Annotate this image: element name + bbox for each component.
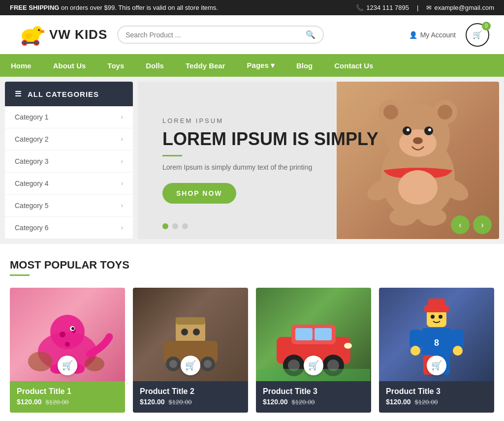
shipping-text: on orders over $99. This offer is valid … (61, 4, 218, 11)
navigation: Home About Us Toys Dolls Teddy Bear Page… (0, 54, 504, 77)
product-card-4[interactable]: 8 🛒 Product Title 3 $120.00 $120 (379, 288, 494, 413)
nav-about[interactable]: About Us (42, 55, 97, 77)
nav-home[interactable]: Home (0, 55, 42, 77)
nav-pages[interactable]: Pages ▾ (236, 54, 285, 77)
search-icon: 🔍 (306, 30, 315, 39)
shop-now-button[interactable]: SHOP NOW (162, 183, 236, 204)
svg-point-30 (60, 331, 65, 337)
hero-title: LOREM IPSUM IS SIMPLY (162, 129, 474, 149)
hero-divider (162, 155, 182, 156)
product-info-4: Product Title 3 $120.00 $120.00 (379, 381, 494, 413)
chevron-right-icon: › (121, 158, 123, 165)
hero-slider: LOREM IPSUM LOREM IPSUM IS SIMPLY Lorem … (138, 82, 499, 239)
svg-point-47 (204, 360, 212, 368)
product-card-3[interactable]: 🛒 Product Title 3 $120.00 $120.00 (256, 288, 371, 413)
svg-rect-50 (295, 328, 313, 340)
product-price-1: $120.00 $120.00 (17, 398, 118, 406)
svg-point-62 (439, 315, 442, 319)
product-title-1: Product Title 1 (17, 387, 118, 396)
sidebar: ☰ ALL CATEGORIES Category 1 › Category 2… (5, 82, 133, 239)
nav-dolls[interactable]: Dolls (135, 55, 175, 77)
svg-rect-66 (451, 330, 464, 348)
sidebar-header: ☰ ALL CATEGORIES (5, 82, 133, 106)
slider-dot-1[interactable] (162, 223, 168, 229)
svg-point-38 (85, 357, 104, 371)
chevron-right-icon: › (121, 114, 123, 120)
product-title-3: Product Title 3 (263, 387, 364, 396)
sidebar-item-cat2[interactable]: Category 2 › (5, 128, 133, 150)
logo-duck-icon (15, 21, 44, 48)
search-bar[interactable]: 🔍 (117, 26, 324, 44)
add-to-cart-2[interactable]: 🛒 (181, 356, 200, 375)
product-image-2: 🛒 (133, 288, 248, 381)
product-card-2[interactable]: 🛒 Product Title 2 $120.00 $120.00 (133, 288, 248, 413)
email-address: ✉ example@gmail.com (426, 4, 494, 11)
svg-rect-40 (176, 317, 205, 325)
product-info-3: Product Title 3 $120.00 $120.00 (256, 381, 371, 413)
hamburger-icon: ☰ (15, 90, 22, 98)
svg-rect-58 (427, 310, 446, 327)
shipping-bold: FREE SHIPPING (10, 4, 59, 11)
cart-badge: 0 (482, 22, 491, 30)
product-image-1: 🛒 (10, 288, 125, 381)
product-title-4: Product Title 3 (386, 387, 487, 396)
nav-blog[interactable]: Blog (285, 55, 323, 77)
products-section: MOST POPULAR TOYS (0, 244, 504, 421)
hero-subtitle: LOREM IPSUM (162, 117, 474, 124)
account-label: My Account (420, 31, 456, 39)
product-card-1[interactable]: 🛒 Product Title 1 $120.00 $120.00 (10, 288, 125, 413)
chevron-right-icon: › (121, 202, 123, 209)
svg-rect-51 (315, 328, 332, 340)
sidebar-item-cat5[interactable]: Category 5 › (5, 195, 133, 217)
nav-contact[interactable]: Contact Us (323, 55, 384, 77)
phone-icon: 📞 (356, 4, 364, 11)
sidebar-title: ALL CATEGORIES (28, 90, 99, 98)
svg-point-61 (431, 315, 435, 319)
product-info-1: Product Title 1 $120.00 $120.00 (10, 381, 125, 413)
sidebar-item-cat3[interactable]: Category 3 › (5, 150, 133, 173)
my-account-link[interactable]: 👤 My Account (409, 31, 456, 39)
svg-point-37 (28, 352, 53, 371)
logo[interactable]: VW KIDS (15, 21, 107, 48)
section-divider (10, 274, 30, 276)
hero-content: LOREM IPSUM LOREM IPSUM IS SIMPLY Lorem … (138, 97, 499, 223)
product-price-4: $120.00 $120.00 (386, 398, 487, 406)
slider-dot-2[interactable] (172, 223, 178, 229)
header-right: 👤 My Account 🛒 0 (409, 23, 489, 47)
chevron-right-icon: › (121, 224, 123, 231)
svg-point-42 (193, 329, 200, 335)
svg-point-41 (181, 329, 188, 335)
add-to-cart-4[interactable]: 🛒 (427, 356, 446, 375)
nav-teddybear[interactable]: Teddy Bear (175, 55, 236, 77)
add-to-cart-1[interactable]: 🛒 (58, 356, 77, 375)
sidebar-item-cat4[interactable]: Category 4 › (5, 173, 133, 195)
svg-point-56 (344, 343, 352, 349)
price-current-3: $120.00 (263, 398, 288, 406)
cart-button[interactable]: 🛒 0 (466, 23, 489, 47)
svg-point-32 (65, 342, 70, 347)
svg-point-3 (38, 29, 40, 31)
sidebar-item-cat1[interactable]: Category 1 › (5, 106, 133, 128)
product-image-3: 🛒 (256, 288, 371, 381)
main-content: ☰ ALL CATEGORIES Category 1 › Category 2… (0, 77, 504, 244)
sidebar-item-cat6[interactable]: Category 6 › (5, 217, 133, 239)
section-title: MOST POPULAR TOYS (10, 259, 494, 271)
price-current-1: $120.00 (17, 398, 42, 406)
search-input[interactable] (126, 31, 306, 39)
price-current-2: $120.00 (140, 398, 165, 406)
price-current-4: $120.00 (386, 398, 411, 406)
shipping-notice: FREE SHIPPING on orders over $99. This o… (10, 4, 218, 11)
hero-text: Lorem Ipsum is simply dummy text of the … (162, 163, 474, 171)
hero-dots (162, 223, 188, 229)
svg-rect-9 (22, 42, 39, 44)
product-price-2: $120.00 $120.00 (140, 398, 241, 406)
slider-dot-3[interactable] (182, 223, 188, 229)
nav-toys[interactable]: Toys (96, 55, 135, 77)
price-old-2: $120.00 (169, 398, 192, 406)
svg-point-67 (410, 346, 420, 356)
email-icon: ✉ (426, 4, 432, 11)
header: VW KIDS 🔍 👤 My Account 🛒 0 (0, 15, 504, 54)
product-image-4: 8 🛒 (379, 288, 494, 381)
add-to-cart-3[interactable]: 🛒 (304, 356, 323, 375)
chevron-right-icon: › (121, 136, 123, 143)
